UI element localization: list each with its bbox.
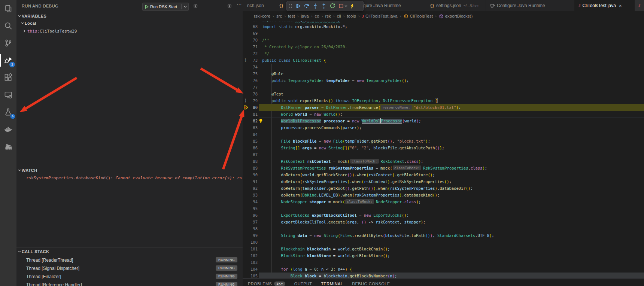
restart-icon[interactable] [328,1,337,10]
hot-code-replace-icon[interactable] [348,1,356,10]
breadcrumb-item-src[interactable]: src [276,14,282,18]
line-number[interactable]: 77 [243,84,258,91]
code-line-73[interactable]: )73public class CliToolsTest { [243,57,644,64]
line-number[interactable]: 94 [243,198,258,205]
line-number[interactable]: 81 [243,111,258,118]
breadcrumb-item-tools[interactable]: tools [347,14,356,18]
editor-code[interactable]: 67import static org.junit.Assert.*;68imp… [243,21,644,278]
line-number[interactable]: 103 [243,259,258,266]
close-icon[interactable]: × [619,3,622,9]
breadcrumb-item-exportBlocks()[interactable]: exportBlocks() [439,14,473,19]
code-line-87[interactable]: 87 [243,151,644,158]
line-number[interactable]: 80 [243,104,258,111]
breadcrumb-item-rsk[interactable]: rsk [325,14,331,18]
step-over-icon[interactable] [302,1,311,10]
code-line-91[interactable]: 91 doReturn(rskSystemProperties).when(rs… [243,178,644,185]
line-number[interactable]: 98 [243,225,258,232]
breadcrumb-item-test[interactable]: test [288,14,295,18]
code-line-79[interactable]: )79 public void exportBlocks() throws IO… [243,97,644,104]
line-number[interactable]: 84 [243,131,258,138]
code-line-75[interactable]: 75 @Rule [243,70,644,77]
line-number[interactable]: 85 [243,138,258,144]
code-line-101[interactable]: 101 Blockchain blockchain = world.getBlo… [243,246,644,252]
thread-row[interactable]: Thread [Signal Dispatcher]RUNNING [16,264,243,273]
code-line-98[interactable]: 98 [243,225,644,232]
breadcrumb-item-co[interactable]: co [315,14,319,18]
variable-row-this[interactable]: this: CliToolsTest@29 [16,28,243,35]
activity-bar-item-gradle[interactable] [0,138,16,155]
line-number[interactable]: 69 [243,30,258,37]
continue-icon[interactable] [294,1,302,10]
line-number[interactable]: 91 [243,178,258,185]
line-number[interactable]: 82 [243,118,258,124]
code-line-100[interactable]: 100 [243,239,644,246]
code-line-72[interactable]: 72 */ [243,50,644,57]
activity-bar-item-extensions[interactable] [0,69,16,86]
line-number[interactable]: 104 [243,266,258,273]
code-line-105[interactable]: 105 Block block = blockchain.getBlockByN… [243,273,644,278]
tab-settings.json[interactable]: {}settings.json~/.../User [426,0,486,11]
code-line-99[interactable]: 99 String data = new String(Files.readAl… [243,232,644,239]
line-number[interactable]: 93 [243,192,258,198]
line-number[interactable]: 74 [243,64,258,70]
code-line-90[interactable]: 90 doReturn(world.getBlockStore()).when(… [243,171,644,178]
code-line-85[interactable]: 85 File blocksFile = new File(tempFolder… [243,138,644,144]
activity-bar-item-remote-explorer[interactable] [0,86,16,103]
code-line-77[interactable]: 77 [243,84,644,91]
code-line-92[interactable]: 92 doReturn(tempFolder.getRoot().getPath… [243,185,644,192]
code-line-80[interactable]: 80 DslParser parser = DslParser.fromReso… [243,104,644,111]
code-line-68[interactable]: 68import static org.mockito.Mockito.*; [243,23,644,30]
stop-chevron-icon[interactable] [344,1,348,10]
breadcrumb-item-rskj-core[interactable]: rskj-core [254,14,270,18]
breadcrumb-item-CliToolsTest.java[interactable]: JCliToolsTest.java [362,14,398,18]
code-line-94[interactable]: 94 NodeStopper stopper = mock(classToMoc… [243,198,644,205]
gear-icon[interactable] [193,3,198,9]
line-number[interactable]: 70 [243,37,258,43]
code-line-71[interactable]: 71 * Created by ajlopez on 26/04/2020. [243,43,644,50]
code-line-81[interactable]: 81 World world = new World(); [243,111,644,118]
line-number[interactable]: 86 [243,144,258,151]
activity-bar-item-explorer[interactable] [0,0,16,17]
chevron-right-icon[interactable] [22,29,26,33]
code-line-74[interactable]: 74 [243,64,644,70]
code-line-70[interactable]: 70/** [243,37,644,43]
step-out-icon[interactable] [319,1,328,10]
tab-Configure Java Runtime[interactable]: Configure Java Runtime [486,0,575,11]
code-line-97[interactable]: 97 exportBlocksCliTool.execute(args, () … [243,219,644,225]
call-stack-section-header[interactable]: CALL STACK [16,248,243,256]
variables-group-local[interactable]: Local [16,20,243,28]
code-line-76[interactable]: 76 public TemporaryFolder tempFolder = n… [243,77,644,84]
line-number[interactable]: 90 [243,171,258,178]
watch-expression-row[interactable]: rskSystemProperties.databaseKind(): Cann… [16,174,242,182]
line-number[interactable]: 92 [243,185,258,192]
breadcrumb-item-CliToolsTest[interactable]: CliToolsTest [404,14,433,19]
activity-bar-item-testing[interactable] [0,103,16,121]
code-line-96[interactable]: 96 ExportBlocks exportBlocksCliTool = ne… [243,212,644,219]
line-number[interactable]: 95 [243,205,258,212]
tab-partial-6[interactable]: J [635,0,644,11]
line-number[interactable]: 73 [243,57,258,64]
code-line-88[interactable]: 88 RskContext rskContext = mock(classToM… [243,158,644,165]
activity-bar-item-run-and-debug[interactable]: 1 [0,52,16,69]
line-number[interactable]: 89 [243,165,258,171]
panel-tab-problems[interactable]: PROBLEMS1K+ [243,279,290,286]
line-number[interactable]: 99 [243,232,258,239]
line-number[interactable]: 102 [243,252,258,259]
activity-bar-item-source-control[interactable] [0,34,16,52]
code-line-103[interactable]: 103 [243,259,644,266]
activity-bar-item-docker[interactable] [0,121,16,138]
thread-row[interactable]: Thread [ReaderThread]RUNNING [16,256,243,264]
panel-tab-output[interactable]: OUTPUT [290,279,317,286]
code-line-82[interactable]: 82 WorldDslProcessor processor = new Wor… [243,118,644,124]
panel-tab-terminal[interactable]: TERMINAL [316,279,347,286]
step-into-icon[interactable] [311,1,319,10]
code-line-104[interactable]: 104 for (long n = 0; n < 3; n++) { [243,266,644,273]
line-number[interactable]: 72 [243,50,258,57]
line-number[interactable]: 75 [243,70,258,77]
line-number[interactable]: 96 [243,212,258,219]
line-number[interactable]: 78 [243,91,258,97]
code-line-102[interactable]: 102 BlockStore blockStore = world.getBlo… [243,252,644,259]
code-line-83[interactable]: 83 processor.processCommands(parser); [243,124,644,131]
line-number[interactable]: 100 [243,239,258,246]
variables-section-header[interactable]: VARIABLES [16,13,243,20]
